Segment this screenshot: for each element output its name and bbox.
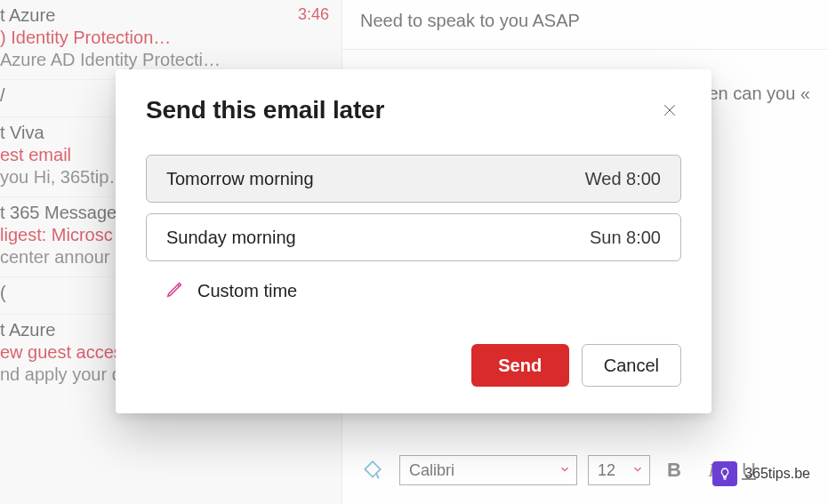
- cancel-button[interactable]: Cancel: [582, 344, 681, 387]
- custom-time-label: Custom time: [197, 281, 297, 301]
- watermark-text: 365tips.be: [744, 466, 810, 482]
- option-time: Sun 8:00: [590, 228, 661, 248]
- lightbulb-icon: [712, 461, 737, 486]
- option-label: Tomorrow morning: [166, 169, 314, 189]
- custom-time-button[interactable]: Custom time: [146, 272, 681, 303]
- option-label: Sunday morning: [166, 228, 296, 248]
- dialog-actions: Send Cancel: [146, 344, 681, 387]
- dialog-header: Send this email later: [146, 96, 681, 124]
- pencil-icon: [165, 279, 185, 303]
- schedule-option-tomorrow[interactable]: Tomorrow morning Wed 8:00: [146, 155, 681, 203]
- close-button[interactable]: [658, 99, 681, 122]
- schedule-option-sunday[interactable]: Sunday morning Sun 8:00: [146, 213, 681, 261]
- dialog-title: Send this email later: [146, 96, 384, 124]
- watermark: 365tips.be: [712, 461, 810, 486]
- send-button[interactable]: Send: [471, 344, 569, 387]
- option-time: Wed 8:00: [585, 169, 661, 189]
- schedule-send-dialog: Send this email later Tomorrow morning W…: [116, 69, 711, 413]
